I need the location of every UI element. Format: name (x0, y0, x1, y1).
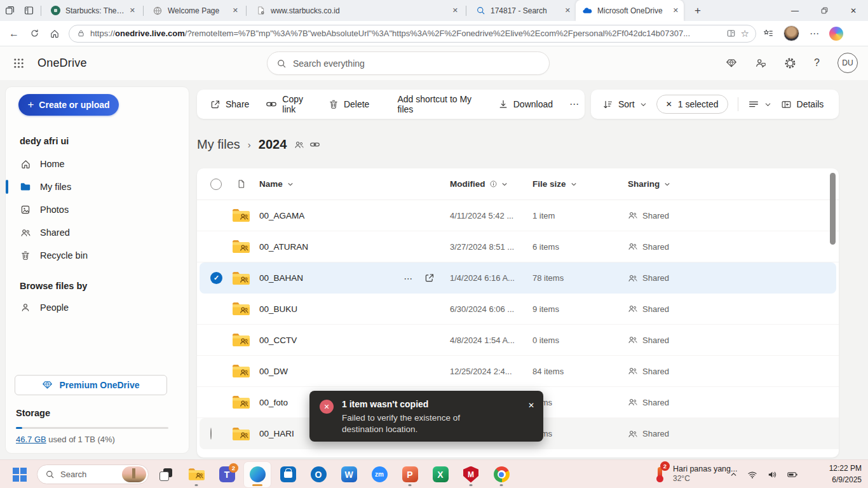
clear-selection-icon[interactable]: ✕ (666, 100, 672, 109)
select-all-checkbox[interactable] (210, 179, 222, 190)
zoom-icon[interactable]: zm (366, 462, 393, 487)
storage-used-link[interactable]: 46.7 GB (16, 435, 46, 444)
download-button[interactable]: Download (498, 99, 553, 109)
wifi-icon[interactable] (747, 470, 757, 480)
person-icon (20, 302, 31, 313)
help-icon[interactable]: ? (814, 57, 820, 69)
refresh-button[interactable] (24, 24, 44, 43)
premium-diamond-icon[interactable] (726, 57, 737, 69)
details-button[interactable]: Details (781, 99, 824, 110)
download-icon (498, 99, 508, 109)
settings-gear-icon[interactable] (784, 57, 796, 69)
toast-close-icon[interactable]: ✕ (528, 401, 534, 442)
minimize-button[interactable]: — (780, 0, 810, 21)
microsoft-store-icon[interactable] (275, 462, 301, 487)
hidden-icons-chevron[interactable] (729, 470, 738, 478)
tab-starbucks-co-id[interactable]: www.starbucks.co.id ✕ (249, 0, 463, 21)
start-button[interactable] (6, 462, 33, 487)
taskbar-clock[interactable]: 12:22 PM 6/9/2025 (829, 460, 862, 488)
table-row[interactable]: 00_DW 12/25/2024 2:4... 84 items Shared (197, 356, 839, 387)
add-shortcut-button[interactable]: Add shortcut to My files (397, 94, 477, 114)
table-row[interactable]: 00_AGAMA 4/11/2024 5:42 ... 1 item Share… (197, 200, 839, 231)
browse-files-by-heading: Browse files by (20, 281, 181, 291)
excel-icon[interactable]: X (427, 462, 454, 487)
tab-welcome-page[interactable]: Welcome Page ✕ (146, 0, 243, 21)
scrollbar-thumb[interactable] (830, 173, 836, 245)
tab-close-icon[interactable]: ✕ (565, 6, 571, 15)
sidebar-item-people[interactable]: People (13, 296, 181, 319)
more-commands-icon[interactable]: ⋯ (569, 98, 580, 110)
breadcrumb-my-files[interactable]: My files (197, 137, 240, 152)
tab-close-icon[interactable]: ✕ (673, 6, 679, 15)
app-launcher-icon[interactable] (6, 50, 31, 76)
teams-icon[interactable]: T2 (214, 462, 240, 487)
taskbar-weather[interactable]: 2 Hari panas yang... 32°C (652, 463, 737, 484)
tab-close-icon[interactable]: ✕ (233, 6, 238, 15)
delete-button[interactable]: Delete (329, 99, 369, 109)
home-button[interactable] (44, 24, 65, 43)
taskbar-search[interactable]: Search (37, 464, 149, 484)
sidebar-item-recycle-bin[interactable]: Recycle bin (13, 244, 181, 267)
close-button[interactable]: ✕ (839, 0, 868, 21)
outlook-icon[interactable]: O (305, 462, 332, 487)
selected-check-icon[interactable]: ✓ (210, 272, 222, 284)
tab-onedrive-active[interactable]: Microsoft OneDrive ✕ (576, 0, 684, 21)
powerpoint-icon[interactable]: P (397, 462, 423, 487)
split-screen-icon[interactable] (726, 29, 736, 38)
new-tab-button[interactable]: + (689, 2, 707, 20)
row-share-icon[interactable] (424, 273, 435, 283)
table-row-selected[interactable]: ✓ 00_BAHAN ⋯ 1/4/2024 6:16 A... 78 items… (200, 262, 836, 294)
table-row[interactable]: 00_CCTV 4/8/2024 1:54 A... 0 items Share… (197, 325, 839, 356)
row-checkbox[interactable] (210, 428, 212, 440)
browser-profile-avatar[interactable] (783, 25, 799, 41)
task-view-button[interactable] (153, 462, 179, 487)
file-explorer-icon[interactable] (183, 462, 210, 487)
restore-button[interactable] (810, 0, 839, 21)
word-icon[interactable]: W (336, 462, 362, 487)
premium-onedrive-button[interactable]: Premium OneDrive (15, 375, 167, 395)
mcafee-icon[interactable]: M (458, 462, 484, 487)
sidebar-item-my-files[interactable]: My files (13, 175, 181, 198)
vertical-tabs-icon[interactable] (19, 3, 38, 19)
battery-icon[interactable] (787, 470, 798, 480)
notification-badge: 2 (660, 461, 670, 471)
sort-button[interactable]: Sort (602, 99, 647, 110)
favorite-star-icon[interactable]: ☆ (741, 28, 749, 39)
row-more-icon[interactable]: ⋯ (404, 273, 413, 283)
view-options-button[interactable] (748, 98, 771, 110)
tab-title: Welcome Page (168, 6, 227, 15)
create-or-upload-button[interactable]: + Create or upload (18, 94, 119, 116)
copilot-icon[interactable] (829, 27, 843, 41)
workspaces-icon[interactable] (0, 3, 19, 19)
chrome-icon[interactable] (488, 462, 515, 487)
sidebar-item-shared[interactable]: Shared (13, 221, 181, 244)
back-button[interactable]: ← (4, 24, 24, 43)
tab-close-icon[interactable]: ✕ (452, 6, 458, 15)
error-icon: ✕ (320, 400, 334, 414)
account-avatar[interactable]: DU (837, 53, 858, 73)
copy-link-button[interactable]: Copy link (266, 94, 312, 114)
favorites-list-icon[interactable] (763, 28, 773, 39)
table-row[interactable]: 00_ATURAN 3/27/2024 8:51 ... 6 items Sha… (197, 231, 839, 262)
tab-starbucks[interactable]: Starbucks: The Best Coffee M ✕ (44, 0, 140, 21)
copy-link-icon[interactable] (309, 139, 320, 150)
sidebar-item-home[interactable]: Home (13, 152, 181, 175)
shared-people-icon[interactable] (294, 140, 304, 150)
search-box[interactable]: Search everything (267, 51, 550, 75)
column-file-size[interactable]: File size (532, 179, 628, 189)
more-menu-icon[interactable]: ⋯ (810, 28, 819, 39)
table-row[interactable]: 00_BUKU 6/30/2024 6:06 ... 9 items Share… (197, 294, 839, 325)
tab-close-icon[interactable]: ✕ (130, 6, 135, 15)
column-sharing[interactable]: Sharing (628, 179, 670, 189)
share-button[interactable]: Share (210, 99, 249, 110)
selection-count-pill[interactable]: ✕ 1 selected (656, 95, 728, 114)
edge-icon[interactable] (244, 462, 271, 487)
feedback-icon[interactable] (755, 57, 766, 69)
column-modified[interactable]: Modified (450, 179, 532, 189)
tab-search[interactable]: 174817 - Search ✕ (469, 0, 576, 21)
sidebar-item-photos[interactable]: Photos (13, 198, 181, 221)
volume-icon[interactable] (767, 470, 777, 480)
file-type-column-icon[interactable] (232, 179, 250, 189)
column-name[interactable]: Name (259, 179, 450, 189)
address-bar[interactable]: https://onedrive.live.com/?remoteItem=%7… (69, 25, 756, 43)
